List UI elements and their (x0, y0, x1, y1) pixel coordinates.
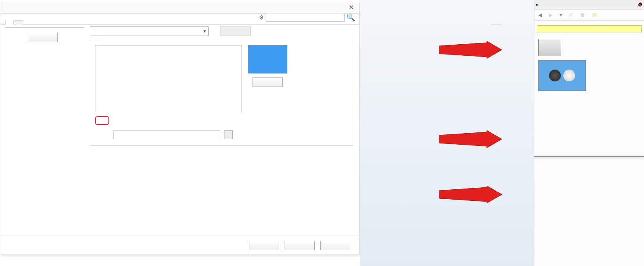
background-radio-group (95, 126, 348, 128)
open-folder-icon[interactable]: 📂 (592, 12, 598, 18)
nav-dropdown-icon[interactable]: ▾ (560, 12, 562, 18)
reset-button[interactable] (28, 33, 58, 42)
nav-back-icon[interactable]: ◀ (538, 12, 542, 18)
color-scheme-select[interactable] (90, 26, 209, 36)
dialog-footer (1, 236, 359, 255)
dialog-titlebar: ✕ (1, 1, 359, 14)
scene-thumbnail-lightbox[interactable] (538, 39, 561, 56)
scene-thumbnail-area (534, 34, 644, 94)
scene-thumbnail-selected[interactable] (538, 60, 586, 91)
color-preview-swatch (248, 45, 287, 74)
collapse-chevron-icon[interactable]: « (536, 2, 539, 8)
scene-context-menu (534, 156, 644, 157)
search-icon[interactable]: 🔍 (346, 13, 355, 22)
dialog-tabs: ⚙ 🔍 (1, 14, 359, 25)
cancel-button[interactable] (285, 241, 315, 250)
svg-marker-1 (439, 130, 502, 148)
search-input[interactable] (266, 13, 345, 22)
dialog-close-button[interactable]: ✕ (347, 4, 355, 11)
appearances-scenes-panel: « ⚙ 📌 ◀ ▶ ▾ ◎ 🗑 📂 (534, 0, 644, 266)
svg-marker-2 (439, 186, 502, 203)
color-scheme-settings-group (90, 41, 353, 146)
graphics-workspace: « ⚙ 📌 ◀ ▶ ▾ ◎ 🗑 📂 (360, 0, 644, 266)
system-options-dialog: ✕ ⚙ 🔍 (1, 1, 359, 255)
tab-system-options[interactable] (5, 20, 14, 25)
ok-button[interactable] (249, 241, 279, 250)
tab-document-properties[interactable] (15, 20, 23, 25)
svg-marker-0 (439, 41, 502, 58)
color-item-list[interactable] (95, 45, 241, 112)
options-content (84, 25, 359, 236)
highlight-default-scene-row (95, 116, 109, 125)
edit-color-button[interactable] (253, 77, 283, 87)
delete-icon[interactable]: 🗑 (580, 12, 585, 18)
preview-column (248, 45, 287, 112)
options-category-list[interactable] (5, 27, 84, 28)
browse-file-button[interactable] (224, 130, 233, 139)
annotation-arrow-2 (439, 130, 503, 148)
panel-title: « ⚙ 📌 (534, 0, 644, 9)
delete-scheme-button (220, 26, 251, 36)
annotation-arrow-3 (439, 186, 503, 203)
scene-tree[interactable] (534, 21, 644, 24)
annotation-arrow-1 (439, 41, 503, 58)
apply-icon[interactable]: ◎ (569, 12, 573, 18)
panel-nav-toolbar: ◀ ▶ ▾ ◎ 🗑 📂 (534, 9, 644, 21)
dialog-body (1, 25, 359, 236)
panel-settings-gear-icon[interactable]: ⚙ (638, 2, 642, 8)
task-pane-iconbar (491, 24, 502, 25)
nav-fwd-icon[interactable]: ▶ (549, 12, 553, 18)
search-options-gear-icon[interactable]: ⚙ (259, 14, 264, 21)
help-button[interactable] (320, 241, 350, 250)
drag-drop-hint-tooltip (537, 25, 642, 32)
background-image-file-input[interactable] (113, 130, 220, 139)
